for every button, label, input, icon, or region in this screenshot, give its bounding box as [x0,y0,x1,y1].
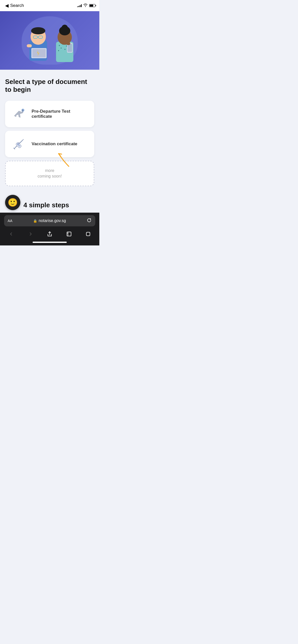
emoji-circle: 🙂 [5,195,20,210]
svg-point-11 [59,45,60,46]
browser-url[interactable]: 🔒 notarise.gov.sg [33,218,66,223]
lock-icon: 🔒 [33,219,37,223]
signal-bars-icon [77,4,82,7]
page-title: Select a type of document to begin [5,78,94,94]
status-indicators [77,4,95,8]
reload-button[interactable] [87,218,92,224]
svg-rect-39 [87,233,90,236]
svg-point-14 [61,48,62,49]
pre-departure-card[interactable]: Pre-Departure Test certificate [5,101,94,127]
home-indicator [33,242,67,243]
svg-point-20 [62,25,68,31]
steps-text: 4 simple steps [23,201,69,210]
svg-rect-38 [86,232,90,236]
tabs-button[interactable] [83,229,93,239]
font-size-button[interactable]: AA [8,219,12,223]
svg-point-2 [31,27,45,34]
svg-rect-23 [66,42,70,45]
coming-soon-line2: coming soon! [37,174,62,179]
svg-rect-9 [27,44,32,47]
coming-soon-card: more coming soon! [5,161,94,186]
svg-line-29 [14,146,17,149]
syringe-icon [11,136,26,152]
forward-nav-button[interactable] [25,229,36,239]
orange-arrow-annotation [53,149,74,170]
hero-banner [0,11,99,70]
airplane-icon [11,106,26,122]
browser-address-bar[interactable]: AA 🔒 notarise.gov.sg [4,215,95,226]
main-content: Select a type of document to begin Pre-D… [0,70,99,195]
wifi-icon [83,4,88,8]
hero-illustration [0,11,99,70]
vaccination-card-container: Vaccination certificate [5,131,94,157]
coming-soon-line1: more [45,168,54,173]
share-button[interactable] [45,229,55,239]
back-button[interactable]: ◀ Search [5,3,24,8]
steps-section: 🙂 4 simple steps [0,195,99,213]
status-bar: ◀ Search [0,0,99,11]
svg-point-16 [58,50,59,51]
svg-point-15 [64,49,65,50]
browser-navigation [4,226,95,240]
hero-illustration-svg [14,15,85,66]
svg-rect-35 [67,232,71,236]
pre-departure-label: Pre-Departure Test certificate [32,109,88,119]
back-label: Search [10,3,24,8]
emoji-icon: 🙂 [8,198,18,207]
back-arrow-icon: ◀ [5,3,9,8]
bookmarks-button[interactable] [64,229,74,239]
browser-bar: AA 🔒 notarise.gov.sg [0,213,99,245]
back-nav-button[interactable] [6,229,16,239]
url-text: notarise.gov.sg [39,218,66,223]
vaccination-card[interactable]: Vaccination certificate [5,131,94,157]
vaccination-label: Vaccination certificate [32,141,77,147]
battery-icon [89,4,95,7]
svg-line-27 [22,139,23,140]
svg-point-13 [66,46,67,47]
